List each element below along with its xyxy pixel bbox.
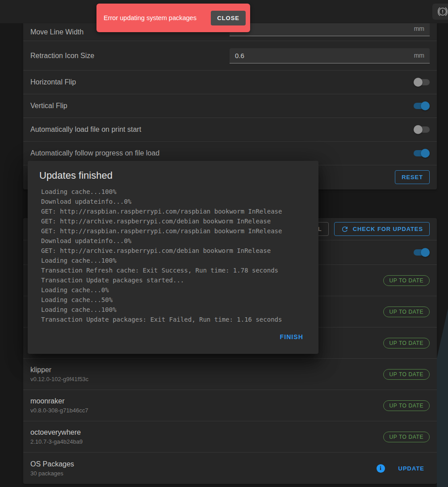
settings-row-auto-load-file: Automatically load file on print start xyxy=(23,118,437,142)
update-log: Loading cache...100% Download updateinfo… xyxy=(28,185,318,324)
package-row-moonraker: moonraker v0.8.0-308-g71b46cc7 UP TO DAT… xyxy=(23,390,437,421)
finish-button[interactable]: FINISH xyxy=(275,330,309,344)
package-name: klipper xyxy=(30,366,88,374)
package-version: 2.10.7-3-ga4b24ba9 xyxy=(30,438,83,445)
background-shape xyxy=(437,308,448,487)
auto-follow-progress-toggle[interactable] xyxy=(414,149,430,158)
setting-label: Retraction Icon Size xyxy=(30,52,94,60)
horizontal-flip-toggle[interactable] xyxy=(414,78,430,87)
move-line-width-field: mm xyxy=(230,23,430,36)
auto-load-file-toggle[interactable] xyxy=(414,125,430,134)
os-update-button[interactable]: UPDATE xyxy=(393,465,430,472)
update-manager-toggle[interactable] xyxy=(414,248,430,257)
package-name: octoeverywhere xyxy=(30,428,83,437)
package-row-octoeverywhere: octoeverywhere 2.10.7-3-ga4b24ba9 UP TO … xyxy=(23,421,437,453)
dialog-actions: FINISH xyxy=(28,324,318,354)
error-toast: Error updating system packages CLOSE xyxy=(96,4,250,32)
vertical-flip-toggle[interactable] xyxy=(414,101,430,110)
dialog-title: Updates finished xyxy=(28,161,318,185)
package-version: 30 packages xyxy=(30,470,74,477)
package-version: v0.8.0-308-g71b46cc7 xyxy=(30,407,88,414)
settings-row-retraction-icon-size: Retraction Icon Size mm xyxy=(23,41,437,71)
car-brake-alert-icon xyxy=(437,6,448,17)
reset-button[interactable]: RESET xyxy=(395,170,430,184)
unit-suffix: mm xyxy=(414,25,430,32)
settings-row-vertical-flip: Vertical Flip xyxy=(23,94,437,118)
emergency-stop-button[interactable] xyxy=(432,4,448,20)
package-row-klipper: klipper v0.12.0-102-g9f41f53c UP TO DATE xyxy=(23,359,437,390)
setting-label: Automatically follow progress on file lo… xyxy=(30,149,159,157)
status-badge: UP TO DATE xyxy=(383,338,430,348)
package-row-os-packages: OS Packages 30 packages i UPDATE xyxy=(23,453,437,484)
retraction-icon-size-field: mm xyxy=(230,48,430,63)
toast-close-button[interactable]: CLOSE xyxy=(211,11,246,25)
retraction-icon-size-input[interactable] xyxy=(230,52,414,59)
check-for-updates-label: CHECK FOR UPDATES xyxy=(353,226,423,232)
setting-label: Horizontal Flip xyxy=(30,78,76,86)
updates-finished-dialog: Updates finished Loading cache...100% Do… xyxy=(28,161,318,354)
toast-message: Error updating system packages xyxy=(104,14,211,21)
package-version: v0.12.0-102-g9f41f53c xyxy=(30,376,88,382)
info-icon[interactable]: i xyxy=(377,464,385,473)
status-badge: UP TO DATE xyxy=(383,306,430,317)
setting-label: Automatically load file on print start xyxy=(30,126,141,134)
move-line-width-input[interactable] xyxy=(230,25,414,32)
refresh-icon xyxy=(341,225,353,233)
unit-suffix: mm xyxy=(414,52,430,59)
status-badge: UP TO DATE xyxy=(383,400,430,411)
package-name: OS Packages xyxy=(30,460,74,468)
app-screen: Move Line Width mm Retraction Icon Size … xyxy=(0,0,448,487)
status-badge: UP TO DATE xyxy=(383,369,430,380)
check-for-updates-button[interactable]: CHECK FOR UPDATES xyxy=(334,222,430,236)
package-name: moonraker xyxy=(30,397,88,405)
setting-label: Vertical Flip xyxy=(30,102,67,110)
status-badge: UP TO DATE xyxy=(383,275,430,286)
settings-row-horizontal-flip: Horizontal Flip xyxy=(23,71,437,94)
setting-label: Move Line Width xyxy=(30,28,84,36)
status-badge: UP TO DATE xyxy=(383,432,430,442)
